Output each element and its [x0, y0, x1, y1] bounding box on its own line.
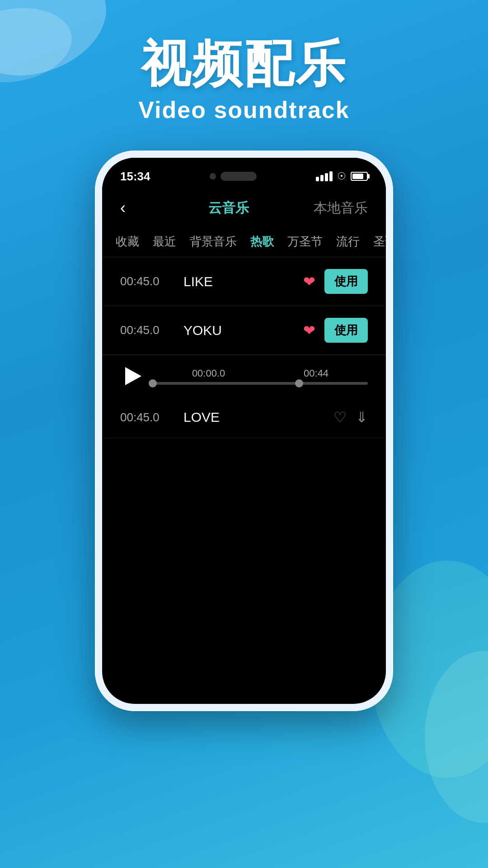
heart-button-like[interactable]: ❤: [303, 273, 315, 290]
main-title: 视频配乐: [138, 36, 349, 91]
song-duration-love: 00:45.0: [120, 410, 174, 425]
nav-bar: ‹ 云音乐 本地音乐: [102, 189, 386, 226]
notch-pill: [221, 172, 257, 181]
song-item-yoku: 00:45.0 YOKU ❤ 使用: [102, 306, 386, 355]
tab-recent[interactable]: 最近: [153, 226, 176, 257]
song-list: 00:45.0 LIKE ❤ 使用 00:45.0 YOKU ❤ 使用: [102, 257, 386, 438]
signal-icon: [316, 171, 333, 181]
tab-halloween[interactable]: 万圣节: [287, 226, 323, 257]
player-bar: 00:00.0 00:44: [102, 355, 386, 397]
use-button-like[interactable]: 使用: [324, 269, 368, 294]
song-name-yoku: YOKU: [183, 323, 294, 338]
signal-bar-3: [325, 173, 328, 181]
notch: [192, 168, 274, 185]
phone-outer: 15:34 ☉: [95, 151, 393, 711]
status-bar: 15:34 ☉: [102, 158, 386, 189]
play-button[interactable]: [120, 364, 144, 388]
slider-track[interactable]: [153, 382, 368, 385]
battery-icon: [351, 172, 368, 181]
tab-fav[interactable]: 收藏: [116, 226, 139, 257]
slider-labels: 00:00.0 00:44: [153, 368, 368, 379]
battery-fill: [352, 174, 363, 179]
signal-bar-4: [329, 171, 333, 181]
download-button-love[interactable]: ⇓: [356, 409, 368, 426]
phone-inner: 15:34 ☉: [102, 158, 386, 704]
song-name-like: LIKE: [183, 274, 294, 289]
tab-popular[interactable]: 流行: [336, 226, 360, 257]
song-name-love: LOVE: [183, 410, 324, 425]
play-icon: [125, 367, 141, 385]
status-icons: ☉: [316, 170, 368, 182]
wifi-icon: ☉: [337, 170, 346, 182]
slider-thumb-end[interactable]: [295, 379, 303, 387]
category-tabs: 收藏 最近 背景音乐 热歌 万圣节 流行 圣诞: [102, 226, 386, 257]
back-button[interactable]: ‹: [120, 198, 126, 217]
notch-dot: [210, 173, 216, 179]
local-music-tab[interactable]: 本地音乐: [314, 199, 368, 217]
phone-mockup: 15:34 ☉: [95, 151, 393, 711]
song-duration-yoku: 00:45.0: [120, 323, 174, 337]
slider-thumb-start[interactable]: [149, 379, 157, 387]
heart-button-love[interactable]: ♡: [333, 409, 347, 426]
cloud-music-tab[interactable]: 云音乐: [144, 199, 314, 217]
signal-bar-2: [320, 175, 324, 181]
title-area: 视频配乐 Video soundtrack: [138, 36, 349, 123]
slider-time-end: 00:44: [304, 368, 328, 379]
signal-bar-1: [316, 177, 319, 181]
song-item-love: 00:45.0 LOVE ♡ ⇓: [102, 397, 386, 438]
player-controls: 00:00.0 00:44: [120, 364, 368, 388]
use-button-yoku[interactable]: 使用: [324, 318, 368, 343]
slider-time-start: 00:00.0: [192, 368, 225, 379]
tab-hot[interactable]: 热歌: [250, 226, 274, 257]
heart-button-yoku[interactable]: ❤: [303, 322, 315, 339]
tab-christmas[interactable]: 圣诞: [373, 226, 386, 257]
background: 视频配乐 Video soundtrack 15:34: [0, 0, 488, 868]
tab-bg[interactable]: 背景音乐: [190, 226, 237, 257]
song-item-like: 00:45.0 LIKE ❤ 使用: [102, 257, 386, 306]
player-slider[interactable]: 00:00.0 00:44: [153, 368, 368, 385]
status-time: 15:34: [120, 170, 150, 184]
sub-title: Video soundtrack: [138, 96, 349, 123]
song-duration-like: 00:45.0: [120, 274, 174, 288]
